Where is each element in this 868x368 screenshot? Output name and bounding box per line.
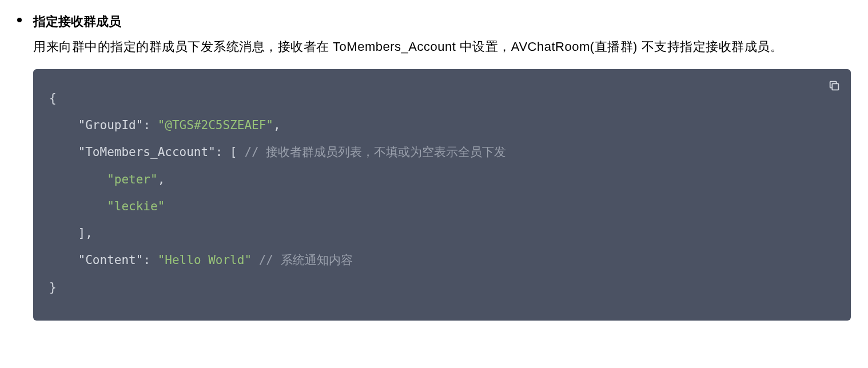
- doc-list-item: 指定接收群成员 用来向群中的指定的群成员下发系统消息，接收者在 ToMember…: [17, 11, 851, 321]
- json-key: "Content": [78, 253, 144, 267]
- json-key: "ToMembers_Account": [78, 145, 216, 159]
- json-string: "Hello World": [158, 253, 252, 267]
- bullet-icon: [17, 18, 22, 22]
- copy-icon[interactable]: [828, 79, 841, 92]
- brace-close: }: [49, 281, 57, 294]
- code-comment: // 接收者群成员列表，不填或为空表示全员下发: [244, 145, 506, 159]
- json-string: "@TGS#2C5SZEAEF": [158, 118, 273, 132]
- section-heading: 指定接收群成员: [33, 11, 851, 31]
- item-content: 指定接收群成员 用来向群中的指定的群成员下发系统消息，接收者在 ToMember…: [33, 11, 851, 321]
- brace-open: {: [49, 91, 57, 105]
- json-string: "leckie": [107, 199, 165, 213]
- json-key: "GroupId": [78, 118, 144, 132]
- json-string: "peter": [107, 173, 158, 186]
- code-comment: // 系统通知内容: [259, 253, 353, 267]
- svg-rect-0: [832, 83, 838, 90]
- code-content: { "GroupId": "@TGS#2C5SZEAEF", "ToMember…: [49, 85, 835, 301]
- section-description: 用来向群中的指定的群成员下发系统消息，接收者在 ToMembers_Accoun…: [33, 35, 851, 59]
- code-block: { "GroupId": "@TGS#2C5SZEAEF", "ToMember…: [33, 69, 851, 321]
